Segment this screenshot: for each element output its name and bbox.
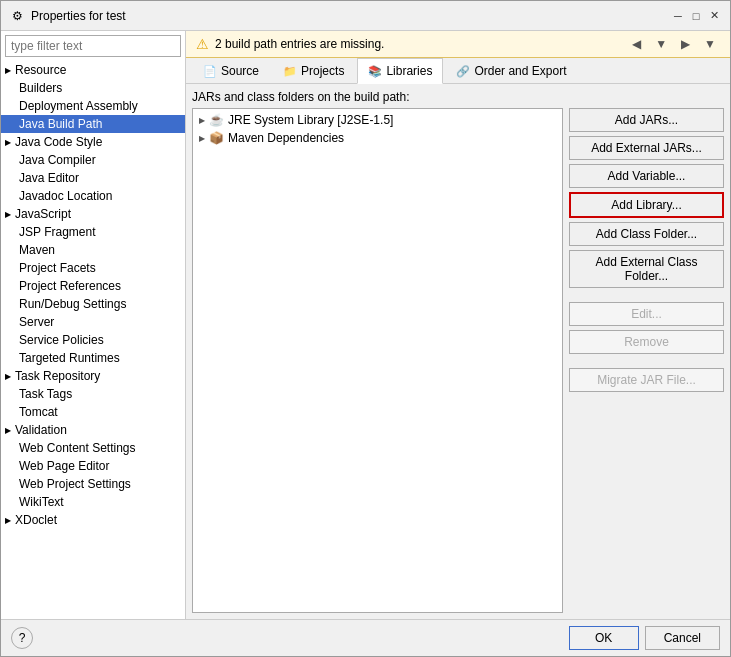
sidebar-item-targeted-runtimes[interactable]: Targeted Runtimes [1, 349, 185, 367]
add-class-folder-button[interactable]: Add Class Folder... [569, 222, 724, 246]
tree-arrow-maven: ▶ [199, 134, 205, 143]
tree-item-maven[interactable]: ▶📦Maven Dependencies [195, 129, 560, 147]
sidebar-item-web-content-settings[interactable]: Web Content Settings [1, 439, 185, 457]
main-panel: ⚠ 2 build path entries are missing. ◀ ▼ … [186, 31, 730, 619]
maximize-button[interactable]: □ [688, 8, 704, 24]
content-area: ResourceBuildersDeployment AssemblyJava … [1, 31, 730, 619]
sidebar-item-jsp-fragment[interactable]: JSP Fragment [1, 223, 185, 241]
tab-icon-order: 🔗 [456, 65, 470, 78]
remove-button: Remove [569, 330, 724, 354]
warning-icon: ⚠ [196, 36, 209, 52]
sidebar-item-project-references[interactable]: Project References [1, 277, 185, 295]
tab-icon-libraries: 📚 [368, 65, 382, 78]
add-variable-button[interactable]: Add Variable... [569, 164, 724, 188]
warning-text: 2 build path entries are missing. [215, 37, 384, 51]
tab-label-projects: Projects [301, 64, 344, 78]
close-button[interactable]: ✕ [706, 8, 722, 24]
button-spacer-2 [569, 358, 724, 364]
tree-label-jre: JRE System Library [J2SE-1.5] [228, 113, 393, 127]
main-window: ⚙ Properties for test ─ □ ✕ ResourceBuil… [0, 0, 731, 657]
tab-source[interactable]: 📄Source [192, 58, 270, 83]
sidebar-item-builders[interactable]: Builders [1, 79, 185, 97]
sidebar: ResourceBuildersDeployment AssemblyJava … [1, 31, 186, 619]
libraries-content: JARs and class folders on the build path… [186, 84, 730, 619]
tab-icon-source: 📄 [203, 65, 217, 78]
tab-label-libraries: Libraries [386, 64, 432, 78]
tree-label-maven: Maven Dependencies [228, 131, 344, 145]
lib-left-panel: JARs and class folders on the build path… [192, 90, 563, 613]
sidebar-item-xdoclet[interactable]: XDoclet [1, 511, 185, 529]
lib-tree: ▶☕JRE System Library [J2SE-1.5]▶📦Maven D… [192, 108, 563, 613]
add-jars-button[interactable]: Add JARs... [569, 108, 724, 132]
sidebar-item-validation[interactable]: Validation [1, 421, 185, 439]
sidebar-item-maven[interactable]: Maven [1, 241, 185, 259]
bottom-bar: ? OK Cancel [1, 619, 730, 656]
warning-bar: ⚠ 2 build path entries are missing. ◀ ▼ … [186, 31, 730, 58]
sidebar-item-javascript[interactable]: JavaScript [1, 205, 185, 223]
add-external-class-folder-button[interactable]: Add External Class Folder... [569, 250, 724, 288]
sidebar-item-web-project-settings[interactable]: Web Project Settings [1, 475, 185, 493]
tab-order[interactable]: 🔗Order and Export [445, 58, 577, 83]
button-spacer-1 [569, 292, 724, 298]
sidebar-item-java-editor[interactable]: Java Editor [1, 169, 185, 187]
nav-back-button[interactable]: ◀ [628, 35, 645, 53]
sidebar-item-task-repository[interactable]: Task Repository [1, 367, 185, 385]
nav-forward-dropdown-button[interactable]: ▼ [700, 35, 720, 53]
sidebar-list: ResourceBuildersDeployment AssemblyJava … [1, 61, 185, 619]
tree-arrow-jre: ▶ [199, 116, 205, 125]
sidebar-item-java-compiler[interactable]: Java Compiler [1, 151, 185, 169]
help-button[interactable]: ? [11, 627, 33, 649]
filter-input[interactable] [5, 35, 181, 57]
ok-button[interactable]: OK [569, 626, 639, 650]
sidebar-item-tomcat[interactable]: Tomcat [1, 403, 185, 421]
window-icon: ⚙ [9, 8, 25, 24]
sidebar-item-server[interactable]: Server [1, 313, 185, 331]
migrate-jar-button: Migrate JAR File... [569, 368, 724, 392]
add-external-jars-button[interactable]: Add External JARs... [569, 136, 724, 160]
sidebar-item-web-page-editor[interactable]: Web Page Editor [1, 457, 185, 475]
sidebar-item-resource[interactable]: Resource [1, 61, 185, 79]
sidebar-item-wikitext[interactable]: WikiText [1, 493, 185, 511]
tab-libraries[interactable]: 📚Libraries [357, 58, 443, 84]
nav-forward-button[interactable]: ▶ [677, 35, 694, 53]
sidebar-item-java-code-style[interactable]: Java Code Style [1, 133, 185, 151]
sidebar-item-run-debug-settings[interactable]: Run/Debug Settings [1, 295, 185, 313]
title-bar: ⚙ Properties for test ─ □ ✕ [1, 1, 730, 31]
title-controls: ─ □ ✕ [670, 8, 722, 24]
add-library-button[interactable]: Add Library... [569, 192, 724, 218]
tabs-bar: 📄Source📁Projects📚Libraries🔗Order and Exp… [186, 58, 730, 84]
tab-label-order: Order and Export [474, 64, 566, 78]
sidebar-item-javadoc-location[interactable]: Javadoc Location [1, 187, 185, 205]
sidebar-item-project-facets[interactable]: Project Facets [1, 259, 185, 277]
sidebar-item-service-policies[interactable]: Service Policies [1, 331, 185, 349]
lib-buttons-panel: Add JARs...Add External JARs...Add Varia… [569, 90, 724, 613]
lib-label: JARs and class folders on the build path… [192, 90, 563, 104]
tab-label-source: Source [221, 64, 259, 78]
sidebar-item-java-build-path[interactable]: Java Build Path [1, 115, 185, 133]
window-title: Properties for test [31, 9, 670, 23]
tab-icon-projects: 📁 [283, 65, 297, 78]
tab-projects[interactable]: 📁Projects [272, 58, 355, 83]
minimize-button[interactable]: ─ [670, 8, 686, 24]
edit-button: Edit... [569, 302, 724, 326]
sidebar-item-deployment-assembly[interactable]: Deployment Assembly [1, 97, 185, 115]
nav-dropdown-button[interactable]: ▼ [651, 35, 671, 53]
cancel-button[interactable]: Cancel [645, 626, 720, 650]
tree-item-jre[interactable]: ▶☕JRE System Library [J2SE-1.5] [195, 111, 560, 129]
tree-icon-jre: ☕ [209, 113, 224, 127]
tree-icon-maven: 📦 [209, 131, 224, 145]
sidebar-item-task-tags[interactable]: Task Tags [1, 385, 185, 403]
